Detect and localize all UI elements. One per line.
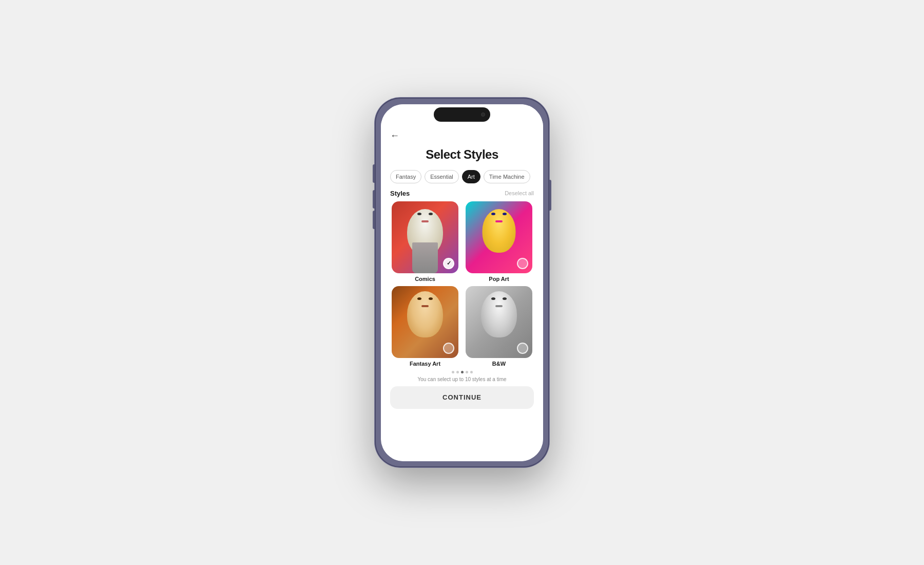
bw-right-eye xyxy=(503,297,507,300)
dynamic-island xyxy=(434,107,490,122)
style-card-bw[interactable]: B&W xyxy=(464,286,534,367)
deselect-all-button[interactable]: Deselect all xyxy=(505,190,534,196)
comics-face-mouth xyxy=(421,220,429,222)
style-card-fantasy[interactable]: Fantasy Art xyxy=(390,286,460,367)
dot-3 xyxy=(461,371,464,373)
style-image-comics xyxy=(392,201,458,273)
comics-left-eye xyxy=(417,213,421,215)
back-button[interactable]: ← xyxy=(390,129,405,143)
continue-button[interactable]: CONTINUE xyxy=(390,386,534,409)
pagination-dots xyxy=(390,371,534,373)
bw-check xyxy=(517,343,528,354)
popart-face-mouth xyxy=(495,220,503,222)
fantasy-face-mouth xyxy=(421,305,429,307)
dot-4 xyxy=(466,371,468,373)
content-area: ← Select Styles Fantasy Essential Art Ti… xyxy=(381,127,543,461)
tab-time-machine[interactable]: Time Machine xyxy=(484,170,530,183)
dot-5 xyxy=(470,371,473,373)
tab-fantasy[interactable]: Fantasy xyxy=(390,170,421,183)
style-name-bw: B&W xyxy=(492,361,506,367)
styles-section-label: Styles xyxy=(390,190,410,197)
popart-check xyxy=(517,258,528,269)
tab-art[interactable]: Art xyxy=(462,170,480,183)
popart-face-eyes xyxy=(491,213,507,215)
style-image-bw xyxy=(466,286,532,358)
fantasy-check xyxy=(443,343,454,354)
styles-grid: Comics xyxy=(390,201,534,367)
comics-check xyxy=(443,258,454,269)
style-card-comics[interactable]: Comics xyxy=(390,201,460,282)
style-image-fantasy xyxy=(392,286,458,358)
notch-area xyxy=(381,104,543,127)
page-title: Select Styles xyxy=(390,147,534,162)
phone-screen: ← Select Styles Fantasy Essential Art Ti… xyxy=(381,104,543,461)
dot-2 xyxy=(456,371,459,373)
comics-face-eyes xyxy=(417,213,433,215)
tab-essential[interactable]: Essential xyxy=(425,170,459,183)
style-name-popart: Pop Art xyxy=(489,276,509,282)
tab-bar: Fantasy Essential Art Time Machine xyxy=(390,170,534,183)
comics-right-eye xyxy=(429,213,433,215)
bw-face-mouth xyxy=(495,305,503,307)
phone-inner: ← Select Styles Fantasy Essential Art Ti… xyxy=(381,104,543,461)
phone-frame: ← Select Styles Fantasy Essential Art Ti… xyxy=(375,98,549,467)
style-image-popart xyxy=(466,201,532,273)
dot-1 xyxy=(452,371,454,373)
bw-face-eyes xyxy=(491,297,507,300)
style-name-fantasy: Fantasy Art xyxy=(410,361,440,367)
popart-right-eye xyxy=(503,213,507,215)
selection-hint: You can select up to 10 styles at a time xyxy=(390,376,534,382)
fantasy-right-eye xyxy=(429,297,433,300)
popart-left-eye xyxy=(491,213,495,215)
camera-dot xyxy=(481,112,485,117)
style-name-comics: Comics xyxy=(415,276,435,282)
fantasy-face-eyes xyxy=(417,297,433,300)
bw-left-eye xyxy=(491,297,495,300)
fantasy-left-eye xyxy=(417,297,421,300)
styles-header: Styles Deselect all xyxy=(390,190,534,197)
style-card-popart[interactable]: Pop Art xyxy=(464,201,534,282)
